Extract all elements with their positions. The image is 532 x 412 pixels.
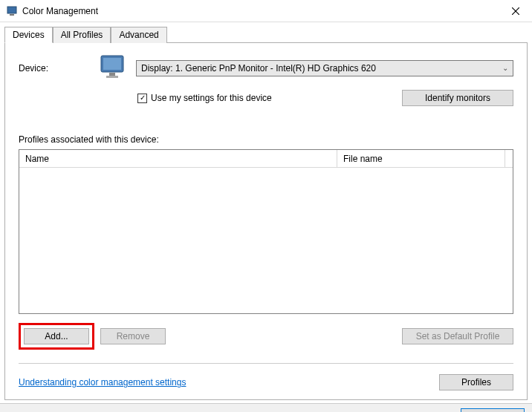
device-selected-text: Display: 1. Generic PnP Monitor - Intel(…	[141, 63, 376, 73]
add-button[interactable]: Add...	[24, 328, 89, 344]
svg-rect-1	[10, 14, 14, 16]
titlebar: Color Management	[0, 0, 532, 22]
monitor-icon	[99, 53, 129, 82]
remove-button[interactable]: Remove	[100, 328, 166, 344]
panel-footer-row: Understanding color management settings …	[19, 374, 513, 390]
svg-rect-0	[7, 7, 16, 13]
svg-rect-6	[109, 73, 115, 76]
tab-devices[interactable]: Devices	[4, 27, 53, 43]
profiles-table-header: Name File name	[19, 150, 513, 168]
profile-buttons-row: Add... Remove Set as Default Profile	[19, 323, 513, 350]
set-default-profile-button[interactable]: Set as Default Profile	[402, 328, 513, 344]
divider	[19, 363, 513, 364]
close-icon	[512, 7, 519, 15]
svg-rect-5	[103, 58, 121, 70]
device-dropdown[interactable]: Display: 1. Generic PnP Monitor - Intel(…	[136, 60, 513, 76]
window-close-button[interactable]	[499, 0, 532, 22]
use-my-settings-checkbox[interactable]: ✓ Use my settings for this device	[137, 93, 395, 103]
close-button[interactable]: Close	[461, 408, 525, 412]
tab-strip: Devices All Profiles Advanced	[0, 22, 532, 43]
profiles-associated-label: Profiles associated with this device:	[19, 134, 513, 145]
tab-advanced[interactable]: Advanced	[111, 27, 166, 43]
profiles-table-body[interactable]	[19, 168, 513, 313]
device-label: Device:	[19, 63, 91, 73]
app-icon	[6, 5, 18, 17]
add-button-highlight: Add...	[19, 323, 94, 350]
tab-all-profiles[interactable]: All Profiles	[53, 27, 111, 43]
identify-monitors-button[interactable]: Identify monitors	[402, 90, 513, 106]
device-row: Device: Display: 1. Generic PnP Monitor …	[19, 53, 513, 82]
checkbox-box: ✓	[137, 94, 147, 103]
device-settings-row: ✓ Use my settings for this device Identi…	[19, 90, 513, 106]
profiles-button[interactable]: Profiles	[439, 374, 513, 390]
column-header-filename[interactable]: File name	[337, 150, 505, 167]
profiles-table: Name File name	[19, 149, 513, 314]
chevron-down-icon: ⌄	[502, 64, 508, 72]
dialog-button-bar: Close	[0, 403, 532, 412]
tab-panel-devices: Device: Display: 1. Generic PnP Monitor …	[4, 42, 528, 400]
column-header-name[interactable]: Name	[19, 150, 337, 167]
understanding-link[interactable]: Understanding color management settings	[19, 377, 186, 388]
use-my-settings-label: Use my settings for this device	[151, 93, 272, 103]
window-title: Color Management	[22, 6, 499, 16]
svg-rect-7	[106, 76, 118, 78]
checkmark-icon: ✓	[140, 94, 146, 102]
